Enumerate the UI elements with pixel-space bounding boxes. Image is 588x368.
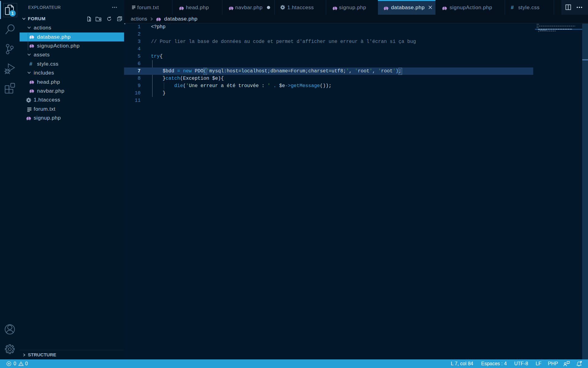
svg-text:1: 1 xyxy=(11,11,14,16)
